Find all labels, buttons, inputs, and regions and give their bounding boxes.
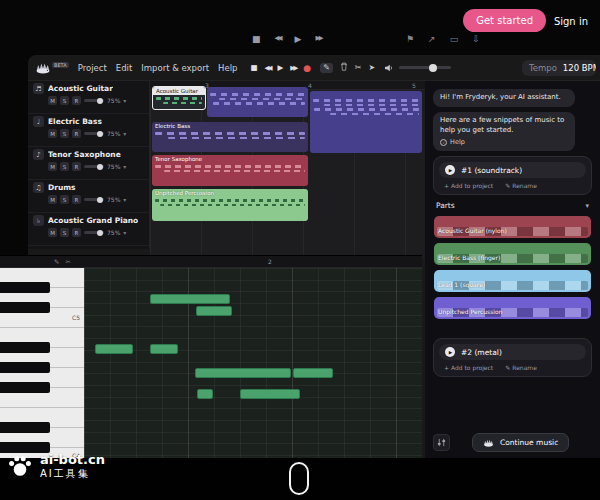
track-volume-slider[interactable]: [84, 99, 104, 102]
record-icon[interactable]: ●: [303, 63, 311, 73]
midi-note[interactable]: [150, 294, 230, 304]
record-arm-button[interactable]: R: [72, 129, 81, 138]
play-icon[interactable]: ▶: [295, 34, 302, 44]
record-arm-button[interactable]: R: [72, 195, 81, 204]
track-row-drums[interactable]: ♫ Drums M S R 75% ▾: [28, 180, 149, 213]
record-arm-button[interactable]: R: [72, 162, 81, 171]
record-arm-button[interactable]: R: [72, 228, 81, 237]
chevron-down-icon[interactable]: ▾: [123, 196, 126, 203]
midi-note[interactable]: [196, 306, 232, 316]
part-item-electric-bass-finger[interactable]: Electric Bass (finger): [434, 243, 591, 265]
chevron-down-icon[interactable]: ▾: [123, 229, 126, 236]
play-icon[interactable]: ▶: [445, 165, 455, 175]
track-volume-slider[interactable]: [84, 231, 104, 234]
arrangement-view[interactable]: 3 4 5 Acoustic Guitar E: [150, 81, 425, 258]
mute-button[interactable]: M: [48, 228, 57, 237]
pencil-tool-icon[interactable]: ✎: [320, 63, 333, 73]
track-row-acoustic-grand-piano[interactable]: ♭ Acoustic Grand Piano M S R 75% ▾: [28, 213, 149, 246]
midi-note[interactable]: [195, 368, 291, 378]
track-row-electric-bass[interactable]: ♩ Electric Bass M S R 75% ▾: [28, 114, 149, 147]
stop-icon[interactable]: ■: [250, 63, 257, 72]
piano-keys[interactable]: C5 C4: [0, 268, 84, 458]
mute-button[interactable]: M: [48, 195, 57, 204]
midi-note[interactable]: [197, 389, 213, 399]
menu-edit[interactable]: Edit: [116, 63, 132, 73]
black-key[interactable]: [0, 282, 50, 293]
black-key[interactable]: [0, 382, 50, 393]
track-volume-knob[interactable]: [97, 230, 103, 236]
track-volume-knob[interactable]: [97, 164, 103, 170]
solo-button[interactable]: S: [60, 162, 69, 171]
track-volume-knob[interactable]: [97, 131, 103, 137]
chevron-down-icon[interactable]: ▾: [123, 130, 126, 137]
track-volume-slider[interactable]: [84, 132, 104, 135]
play-icon[interactable]: ▶: [445, 347, 455, 357]
clip-unpitched-percussion[interactable]: Unpitched Percussion: [152, 189, 308, 221]
volume-slider[interactable]: [399, 66, 451, 69]
help-link[interactable]: i Help: [440, 138, 568, 147]
rewind-icon[interactable]: ◀◀: [275, 34, 281, 44]
black-key[interactable]: [0, 422, 50, 433]
pin-icon[interactable]: ⚑: [406, 34, 414, 44]
record-arm-button[interactable]: R: [72, 96, 81, 105]
menu-help[interactable]: Help: [218, 63, 237, 73]
midi-note[interactable]: [95, 344, 133, 354]
parts-toggle[interactable]: Parts ▾: [433, 200, 592, 211]
track-volume-slider[interactable]: [84, 198, 104, 201]
solo-button[interactable]: S: [60, 228, 69, 237]
part-item-acoustic-guitar-nylon[interactable]: Acoustic Guitar (nylon): [434, 216, 591, 238]
mute-button[interactable]: M: [48, 162, 57, 171]
black-key[interactable]: [0, 362, 50, 373]
chevron-down-icon[interactable]: ▾: [123, 97, 126, 104]
midi-note[interactable]: [150, 344, 178, 354]
clip-lead[interactable]: [207, 87, 308, 117]
track-volume-slider[interactable]: [84, 165, 104, 168]
volume-knob[interactable]: [429, 64, 437, 72]
mute-button[interactable]: M: [48, 129, 57, 138]
continue-music-button[interactable]: Continue music: [472, 433, 569, 452]
tempo-control[interactable]: Tempo 120 BPM: [522, 60, 596, 76]
track-row-acoustic-guitar[interactable]: ♬ Acoustic Guitar M S R 75% ▾: [28, 81, 149, 114]
clip-acoustic-guitar[interactable]: Acoustic Guitar: [152, 86, 206, 110]
piano-roll-grid[interactable]: [84, 268, 422, 458]
solo-button[interactable]: S: [60, 96, 69, 105]
trash-icon[interactable]: [340, 62, 348, 73]
part-item-lead-1-square[interactable]: Lead 1 (square): [434, 270, 591, 292]
cursor-icon[interactable]: ➤: [369, 64, 376, 72]
rewind-icon[interactable]: ◀◀: [265, 64, 271, 72]
part-item-unpitched-percussion[interactable]: Unpitched Percussion: [434, 297, 591, 319]
black-key[interactable]: [0, 302, 50, 313]
scissors-icon[interactable]: ✂: [65, 258, 70, 266]
get-started-button[interactable]: Get started: [463, 9, 546, 32]
scissors-icon[interactable]: ✂: [355, 64, 362, 72]
fast-forward-icon[interactable]: ▶▶: [315, 34, 321, 44]
midi-note[interactable]: [293, 368, 333, 378]
sign-in-button[interactable]: Sign in: [550, 12, 592, 31]
add-to-project-button[interactable]: + Add to project: [444, 182, 493, 189]
mixer-settings-button[interactable]: [433, 434, 450, 451]
track-volume-knob[interactable]: [97, 98, 103, 104]
track-volume-knob[interactable]: [97, 197, 103, 203]
download-icon[interactable]: ⇩: [472, 34, 480, 44]
clip-lead[interactable]: [310, 91, 422, 153]
black-key[interactable]: [0, 342, 50, 353]
pencil-tool-icon[interactable]: ✎: [54, 258, 59, 266]
snippet-player-2[interactable]: ▶ #2 (metal): [439, 344, 586, 360]
menu-project[interactable]: Project: [78, 63, 107, 73]
mute-button[interactable]: M: [48, 96, 57, 105]
fast-forward-icon[interactable]: ▶▶: [290, 64, 296, 72]
midi-note[interactable]: [240, 389, 300, 399]
track-row-tenor-saxophone[interactable]: ♪ Tenor Saxophone M S R 75% ▾: [28, 147, 149, 180]
piano-roll-ruler[interactable]: ✎ ✂ 2: [0, 256, 422, 268]
stop-icon[interactable]: ■: [252, 34, 261, 44]
solo-button[interactable]: S: [60, 195, 69, 204]
solo-button[interactable]: S: [60, 129, 69, 138]
chevron-down-icon[interactable]: ▾: [123, 163, 126, 170]
clip-tenor-saxophone[interactable]: Tenor Saxophone: [152, 155, 308, 186]
add-to-project-button[interactable]: + Add to project: [444, 364, 493, 371]
app-logo[interactable]: BETA: [35, 61, 69, 74]
rename-button[interactable]: ✎ Rename: [505, 364, 537, 371]
clip-electric-bass[interactable]: Electric Bass: [152, 122, 308, 152]
share-icon[interactable]: ↗: [428, 34, 436, 44]
frame-icon[interactable]: ▭: [450, 34, 459, 44]
